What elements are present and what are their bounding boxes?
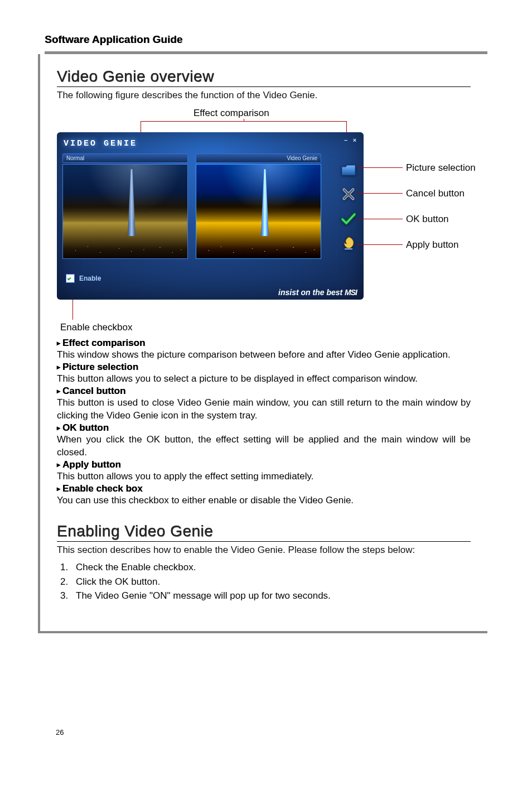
callout-cancel: Cancel button	[406, 188, 465, 199]
brand-slogan: insist on the best MSI	[278, 288, 357, 297]
enable-checkbox[interactable]	[66, 274, 75, 283]
callout-ok: OK button	[406, 214, 449, 225]
picture-selection-button[interactable]	[340, 161, 357, 178]
callout-enable: Enable checkbox	[60, 322, 132, 333]
desc-title: ▸Apply button	[57, 459, 471, 470]
videogenie-label: Video Genie	[196, 153, 321, 163]
close-button[interactable]: ×	[350, 137, 359, 143]
leader-line	[357, 219, 403, 219]
effect-comparison-panel: Normal Video Genie	[57, 153, 364, 259]
section-title-overview: Video Genie overview	[57, 68, 471, 87]
window-title-bar: VIDEO GENIE – ×	[57, 132, 364, 153]
svg-rect-0	[345, 248, 352, 250]
step-item: 1.Check the Enable checkbox.	[60, 560, 471, 575]
figure: Effect comparison VIDEO GENIE – × Normal	[57, 108, 471, 325]
desc-body: This button is used to close Video Genie…	[57, 397, 471, 422]
normal-image	[62, 164, 188, 259]
desc-body: This button allows you to apply the effe…	[57, 470, 471, 483]
cancel-button[interactable]	[340, 186, 357, 203]
leader-line	[357, 244, 403, 245]
app-title: VIDEO GENIE	[64, 139, 137, 148]
enable-label: Enable	[79, 275, 101, 282]
desc-body: When you click the OK button, the effect…	[57, 434, 471, 459]
desc-body: This button allows you to select a pictu…	[57, 373, 471, 386]
step-item: 3.The Video Genie "ON" message will pop …	[60, 589, 471, 603]
section-title-enabling: Enabling Video Genie	[57, 522, 471, 542]
apply-button[interactable]	[340, 235, 357, 252]
desc-title: ▸OK button	[57, 422, 471, 434]
top-callout-label: Effect comparison	[194, 108, 269, 119]
video-genie-window: VIDEO GENIE – × Normal Video Genie	[57, 132, 364, 300]
desc-title: ▸Effect comparison	[57, 338, 471, 349]
desc-title: ▸Enable check box	[57, 483, 471, 494]
ok-button[interactable]	[340, 210, 357, 227]
doc-header: Software Application Guide	[45, 33, 487, 46]
section-intro: The following figure describes the funct…	[57, 89, 471, 102]
top-leader-bracket	[141, 121, 347, 132]
step-item: 2.Click the OK button.	[60, 575, 471, 589]
desc-body: You can use this checkbox to either enab…	[57, 494, 471, 507]
desc-body: This window shows the picture comparison…	[57, 349, 471, 362]
section2-intro: This section describes how to enable the…	[57, 544, 471, 557]
leader-line	[357, 167, 403, 168]
leader-line	[357, 193, 403, 194]
callout-apply: Apply button	[406, 239, 459, 251]
page-number: 26	[56, 728, 64, 737]
bottom-leader	[72, 300, 73, 320]
desc-title: ▸Picture selection	[57, 362, 471, 373]
normal-label: Normal	[62, 153, 188, 163]
desc-title: ▸Cancel button	[57, 386, 471, 397]
callout-picture: Picture selection	[406, 162, 476, 174]
minimize-button[interactable]: –	[341, 137, 350, 143]
enhanced-image	[196, 164, 321, 259]
